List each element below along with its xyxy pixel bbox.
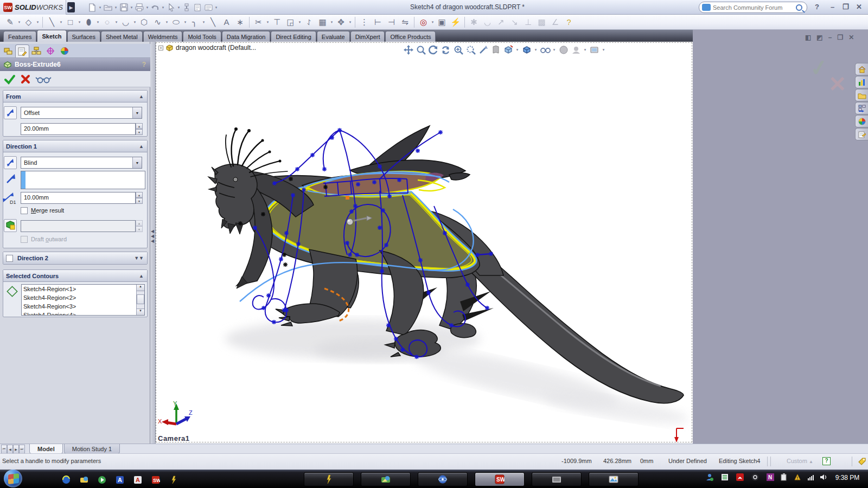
scene-icon[interactable] bbox=[570, 44, 582, 55]
grid-snap-icon[interactable]: ▩ bbox=[535, 16, 548, 28]
tab-dimxpert-manager[interactable] bbox=[43, 44, 58, 57]
arc-snap-icon[interactable]: ◡ bbox=[481, 16, 494, 28]
tab-sketch[interactable]: Sketch bbox=[37, 30, 66, 42]
taskbar-solidworks[interactable]: SW bbox=[475, 472, 525, 486]
snap-icon[interactable]: ✱ bbox=[467, 16, 481, 28]
ne-arrow-icon[interactable]: ↗ bbox=[494, 16, 508, 28]
file-properties-icon[interactable] bbox=[192, 2, 203, 13]
contour-item[interactable]: Sketch4-Region<3> bbox=[22, 302, 144, 311]
print-icon[interactable] bbox=[134, 2, 145, 13]
zoom-fit-icon[interactable] bbox=[415, 44, 426, 55]
ellipse-icon[interactable]: ⬭ bbox=[169, 16, 183, 28]
tray-update-icon[interactable] bbox=[751, 473, 760, 481]
custom-dropdown[interactable]: Custom ▲ bbox=[787, 458, 813, 464]
quick-snaps-icon[interactable]: ⊣ bbox=[385, 16, 398, 28]
help-key-icon[interactable]: ? bbox=[562, 16, 576, 28]
slot-icon[interactable]: ⬮ bbox=[82, 16, 95, 28]
zoom-in-icon[interactable] bbox=[452, 44, 464, 55]
tab-configuration-manager[interactable] bbox=[29, 44, 43, 57]
tab-direct-editing[interactable]: Direct Editing bbox=[271, 31, 316, 42]
doc-minimize-icon[interactable]: – bbox=[828, 34, 832, 41]
perpendicular-icon[interactable]: ⊥ bbox=[521, 16, 535, 28]
appearance-icon[interactable] bbox=[558, 44, 569, 55]
help-icon[interactable]: ? bbox=[142, 61, 146, 68]
smart-dimension-icon[interactable]: ◇ bbox=[22, 16, 35, 28]
tab-last-button[interactable]: ⏭ bbox=[19, 445, 25, 454]
tab-motion-study[interactable]: Motion Study 1 bbox=[64, 444, 120, 454]
direction1-reverse-icon[interactable] bbox=[4, 156, 17, 169]
tab-features[interactable]: Features bbox=[3, 31, 36, 42]
doc-close-icon[interactable]: ✕ bbox=[848, 34, 854, 41]
from-offset-spinner[interactable]: ▲▼ bbox=[136, 123, 143, 135]
tray-volume-icon[interactable] bbox=[819, 473, 828, 481]
contour-item[interactable]: Sketch4-Region<4> bbox=[22, 311, 144, 316]
design-library-icon[interactable] bbox=[855, 76, 868, 88]
rebuild-icon[interactable] bbox=[181, 2, 192, 13]
contours-listbox[interactable]: Sketch4-Region<1> Sketch4-Region<2> Sket… bbox=[21, 284, 145, 316]
tab-feature-manager[interactable] bbox=[1, 44, 15, 57]
tab-dimxpert[interactable]: DimXpert bbox=[350, 31, 385, 42]
trim-icon[interactable]: ✂ bbox=[252, 16, 265, 28]
rapid-sketch-icon[interactable]: ⇋ bbox=[398, 16, 412, 28]
view-palette-icon[interactable] bbox=[855, 102, 868, 114]
taskbar-app5[interactable] bbox=[532, 472, 582, 486]
quicklaunch-reader-icon[interactable]: A bbox=[132, 474, 143, 485]
tab-display-manager[interactable] bbox=[58, 44, 72, 57]
undo-icon[interactable] bbox=[150, 2, 161, 13]
search-icon[interactable] bbox=[796, 4, 802, 11]
fillet-icon[interactable]: ╮ bbox=[188, 16, 201, 28]
open-icon[interactable] bbox=[103, 2, 113, 13]
hide-show-icon[interactable] bbox=[539, 44, 551, 55]
tab-surfaces[interactable]: Surfaces bbox=[67, 31, 100, 42]
save-icon[interactable] bbox=[118, 2, 129, 13]
tab-next-button[interactable]: ▶ bbox=[13, 445, 19, 454]
pane-left-icon[interactable]: ◧ bbox=[805, 34, 811, 41]
tab-weldments[interactable]: Weldments bbox=[143, 31, 183, 42]
display-relations-icon[interactable]: ⋮ bbox=[358, 16, 371, 28]
contours-scrollbar[interactable]: ▲ ▼ bbox=[136, 285, 144, 315]
tab-evaluate[interactable]: Evaluate bbox=[317, 31, 350, 42]
display-style-icon[interactable] bbox=[521, 44, 532, 55]
tab-sheet-metal[interactable]: Sheet Metal bbox=[101, 31, 143, 42]
quicklaunch-media-icon[interactable] bbox=[97, 474, 107, 485]
from-direction-icon[interactable] bbox=[4, 106, 17, 119]
tray-clipboard-icon[interactable] bbox=[780, 473, 788, 481]
taskbar-app1[interactable] bbox=[304, 472, 354, 486]
help-menu[interactable]: ? bbox=[815, 3, 819, 11]
draft-outward-checkbox[interactable] bbox=[21, 236, 28, 243]
contour-item[interactable]: Sketch4-Region<1> bbox=[22, 285, 144, 293]
contour-item[interactable]: Sketch4-Region<2> bbox=[22, 293, 144, 302]
polygon-icon[interactable]: ⬡ bbox=[137, 16, 151, 28]
file-explorer-icon[interactable] bbox=[855, 89, 868, 101]
dragon-head[interactable] bbox=[208, 127, 314, 288]
expand-tree-icon[interactable]: + bbox=[158, 46, 163, 50]
zoom-area-icon[interactable] bbox=[465, 44, 476, 55]
direction2-header[interactable]: Direction 2▼▼ bbox=[3, 252, 147, 264]
depth-spinner[interactable]: ▲▼ bbox=[136, 192, 143, 204]
direction1-selection-box[interactable] bbox=[21, 171, 145, 189]
record-icon[interactable]: ◎ bbox=[417, 16, 430, 28]
camera-view-icon[interactable] bbox=[589, 44, 600, 55]
section-view-icon[interactable] bbox=[477, 44, 489, 55]
rotate-view-icon[interactable] bbox=[427, 44, 439, 55]
view-settings-icon[interactable] bbox=[502, 44, 514, 55]
appearances-icon[interactable] bbox=[855, 115, 868, 127]
direction1-type-select[interactable]: Blind▼ bbox=[21, 157, 142, 169]
taskbar-app3[interactable] bbox=[418, 472, 468, 486]
arc-icon[interactable]: ◡ bbox=[119, 16, 132, 28]
direction2-checkbox[interactable] bbox=[6, 255, 13, 262]
tray-user-icon[interactable] bbox=[705, 473, 714, 481]
tray-list-icon[interactable] bbox=[720, 473, 729, 481]
direction1-header[interactable]: Direction 1▲ bbox=[3, 140, 147, 152]
options-icon[interactable] bbox=[203, 2, 214, 13]
preview-button[interactable] bbox=[35, 73, 52, 86]
mirror-icon[interactable]: ⥌ bbox=[302, 16, 316, 28]
quicklaunch-explorer-icon[interactable] bbox=[79, 474, 90, 485]
quicklaunch-ie-icon[interactable] bbox=[61, 474, 72, 485]
tab-first-button[interactable]: ⏮ bbox=[1, 445, 7, 454]
from-type-select[interactable]: Offset▼ bbox=[21, 107, 142, 119]
taskbar-app2[interactable] bbox=[361, 472, 411, 486]
tray-network-icon[interactable] bbox=[807, 473, 815, 481]
select-icon[interactable] bbox=[165, 2, 176, 13]
tab-data-migration[interactable]: Data Migration bbox=[222, 31, 271, 42]
